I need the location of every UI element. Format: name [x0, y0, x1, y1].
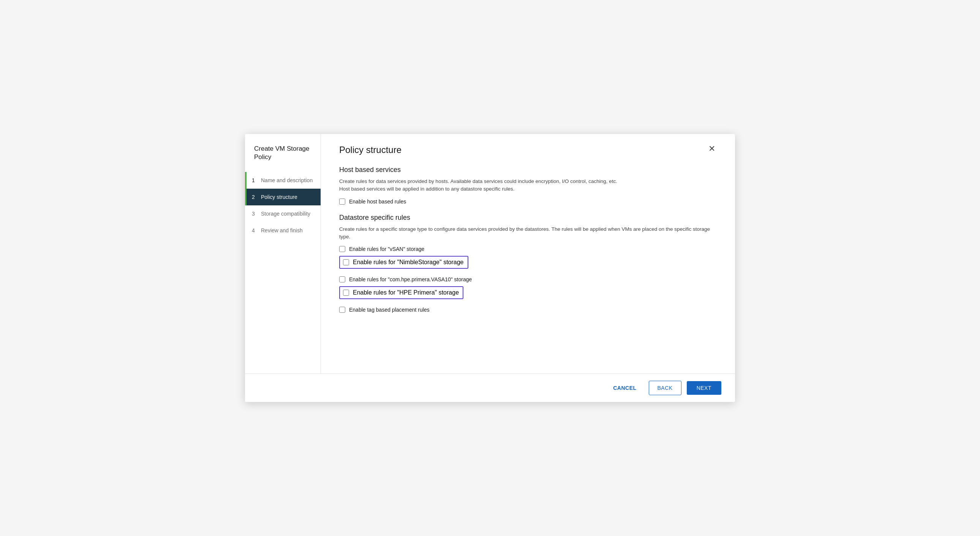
step-label-2: Policy structure	[261, 194, 298, 200]
dialog-body: Create VM Storage Policy 1 Name and desc…	[245, 134, 735, 374]
datastore-specific-rules-title: Datastore specific rules	[339, 214, 717, 222]
enable-hpe-primera-label: Enable rules for "HPE Primera" storage	[353, 289, 459, 296]
step-label-3: Storage compatibility	[261, 211, 310, 217]
step-number-2: 2	[252, 194, 258, 200]
steps-list: 1 Name and description 2 Policy structur…	[245, 172, 321, 239]
close-button[interactable]: ✕	[707, 144, 717, 153]
nimble-rule-container: Enable rules for "NimbleStorage" storage	[339, 256, 717, 273]
enable-primera-vasa-checkbox[interactable]	[339, 276, 345, 282]
enable-nimble-label: Enable rules for "NimbleStorage" storage	[353, 259, 464, 266]
sidebar-step-4[interactable]: 4 Review and finish	[245, 222, 321, 239]
datastore-specific-rules-desc: Create rules for a specific storage type…	[339, 225, 717, 241]
back-button[interactable]: BACK	[649, 381, 681, 395]
main-header: Policy structure ✕	[339, 144, 717, 155]
host-based-services-section: Host based services Create rules for dat…	[339, 166, 717, 205]
enable-hpe-primera-checkbox[interactable]	[343, 290, 349, 296]
host-based-rules-row: Enable host based rules	[339, 198, 717, 205]
enable-host-based-rules-checkbox[interactable]	[339, 198, 345, 205]
sidebar-title: Create VM Storage Policy	[245, 134, 321, 172]
step-number-4: 4	[252, 227, 258, 233]
enable-primera-vasa-label: Enable rules for "com.hpe.primera.VASA10…	[349, 276, 472, 282]
sidebar-step-3[interactable]: 3 Storage compatibility	[245, 205, 321, 222]
sidebar-step-2[interactable]: 2 Policy structure	[245, 189, 321, 205]
sidebar-step-1[interactable]: 1 Name and description	[245, 172, 321, 189]
enable-tag-based-label: Enable tag based placement rules	[349, 307, 430, 313]
step-label-1: Name and description	[261, 177, 313, 183]
dialog-footer: CANCEL BACK NEXT	[245, 374, 735, 402]
create-vm-storage-policy-dialog: Create VM Storage Policy 1 Name and desc…	[245, 134, 735, 402]
datastore-specific-rules-section: Datastore specific rules Create rules fo…	[339, 214, 717, 313]
host-based-services-desc: Create rules for data services provided …	[339, 178, 717, 193]
vsan-rule-row: Enable rules for "vSAN" storage	[339, 246, 717, 252]
step-number-1: 1	[252, 177, 258, 183]
page-title: Policy structure	[339, 144, 401, 155]
tag-based-rule-row: Enable tag based placement rules	[339, 307, 717, 313]
next-button[interactable]: NEXT	[687, 381, 721, 395]
host-based-services-title: Host based services	[339, 166, 717, 174]
enable-nimble-checkbox[interactable]	[343, 259, 349, 265]
step-label-4: Review and finish	[261, 227, 303, 233]
enable-vsan-label: Enable rules for "vSAN" storage	[349, 246, 424, 252]
primera-vasa-rule-row: Enable rules for "com.hpe.primera.VASA10…	[339, 276, 717, 282]
enable-vsan-checkbox[interactable]	[339, 246, 345, 252]
hpe-primera-rule-row: Enable rules for "HPE Primera" storage	[339, 286, 463, 299]
step-number-3: 3	[252, 211, 258, 217]
main-content: Policy structure ✕ Host based services C…	[321, 134, 735, 374]
nimble-rule-row: Enable rules for "NimbleStorage" storage	[339, 256, 468, 269]
enable-tag-based-checkbox[interactable]	[339, 307, 345, 313]
sidebar: Create VM Storage Policy 1 Name and desc…	[245, 134, 321, 374]
cancel-button[interactable]: CANCEL	[606, 381, 643, 395]
enable-host-based-rules-label: Enable host based rules	[349, 198, 406, 205]
hpe-primera-rule-container: Enable rules for "HPE Primera" storage	[339, 286, 717, 303]
